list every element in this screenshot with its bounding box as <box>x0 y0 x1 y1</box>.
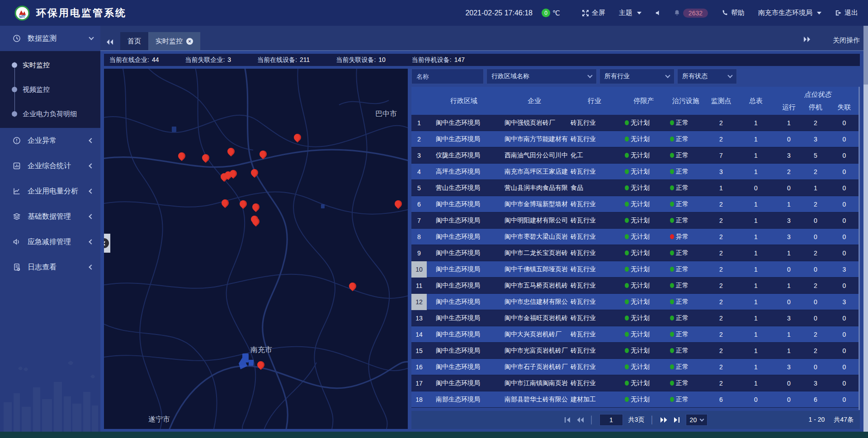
tabs-forward-button[interactable] <box>803 36 811 43</box>
page-number-input[interactable] <box>599 414 623 426</box>
cell-industry: 砖瓦行业 <box>568 233 621 241</box>
sidebar-subitem-label: 实时监控 <box>23 61 50 70</box>
cell-run-count: 1 <box>775 282 803 289</box>
cell-region: 阆中生态环境局 <box>427 298 501 306</box>
cell-stop-count: 2 <box>803 282 828 289</box>
mute-button[interactable] <box>655 9 662 16</box>
page-size-select[interactable]: 20 <box>686 414 708 426</box>
cell-meter-count: 1 <box>737 152 775 159</box>
table-row[interactable]: 1阆中生态环境局阆中强锐页岩砖厂砖瓦行业无计划正常21120 <box>411 115 859 131</box>
logout-button[interactable]: 退出 <box>835 9 858 17</box>
table-row[interactable]: 9阆中生态环境局阆中市二龙长宝页岩砖砖瓦行业无计划正常21120 <box>411 245 859 261</box>
table-row[interactable]: 8阆中生态环境局阆中市枣碧大梁山页岩砖瓦行业无计划异常21300 <box>411 229 859 245</box>
cell-company: 阆中市石子页岩机砖厂 <box>501 363 568 371</box>
cell-company: 西南油气田分公司川中 <box>501 151 568 160</box>
cell-stop-count: 0 <box>803 266 828 273</box>
table-row[interactable]: 16阆中生态环境局阆中市石子页岩机砖厂砖瓦行业无计划正常21300 <box>411 359 859 375</box>
scrollbar-thumb[interactable] <box>863 26 868 85</box>
table-row[interactable]: 15阆中生态环境局阆中市光富页岩机砖厂砖瓦行业无计划正常21120 <box>411 343 859 359</box>
cell-index: 18 <box>411 391 427 408</box>
table-row[interactable]: 14阆中生态环境局阆中大兴页岩机砖厂砖瓦行业无计划正常21120 <box>411 326 859 343</box>
header-cell: 企业 <box>501 87 568 115</box>
table-row[interactable]: 6阆中生态环境局阆中市金博瑞新型墙材砖瓦行业无计划正常21120 <box>411 196 859 212</box>
table-row[interactable]: 18南部生态环境局南部县碧华土砖有限公建材加工无计划正常60060 <box>411 391 859 408</box>
cell-run-count: 3 <box>775 233 803 240</box>
table-row[interactable]: 7阆中生态环境局阆中明阳建材有限公司砖瓦行业无计划正常21300 <box>411 212 859 229</box>
close-operations-button[interactable]: 关闭操作 <box>833 36 860 45</box>
sidebar-item-3[interactable]: 企业用电量分析 <box>0 179 100 204</box>
org-dropdown[interactable]: 南充市生态环境局 <box>758 9 821 17</box>
status-dot-green <box>670 218 674 223</box>
tab-home[interactable]: 首页 <box>120 32 148 50</box>
table-row[interactable]: 5营山生态环境局营山县润丰肉食品有限食品无计划正常10010 <box>411 180 859 196</box>
map-panel[interactable]: 巴中市南充市遂宁市 <box>104 69 408 429</box>
cell-region: 阆中生态环境局 <box>427 135 501 143</box>
bullet-icon <box>12 111 17 117</box>
stat-item: 当前在线设备:211 <box>257 56 310 64</box>
table-row[interactable]: 13阆中生态环境局阆中市金福旺页岩机砖砖瓦行业无计划正常21300 <box>411 310 859 326</box>
cell-monitor-count: 2 <box>705 250 737 257</box>
cell-facility-status: 正常 <box>666 119 705 127</box>
cell-index: 11 <box>411 278 427 294</box>
help-button[interactable]: 帮助 <box>722 9 745 17</box>
sidebar-item-5[interactable]: 应急减排管理 <box>0 229 100 254</box>
sidebar-item-1[interactable]: 企业异常 <box>0 128 100 153</box>
chevron-left-icon <box>89 264 94 269</box>
tab-realtime-monitor[interactable]: 实时监控 × <box>148 32 200 50</box>
status-dot-green <box>670 364 674 369</box>
industry-filter-select[interactable]: 所有行业 <box>599 69 675 84</box>
cell-stop-count: 0 <box>803 298 828 306</box>
first-page-button[interactable] <box>564 417 571 423</box>
sidebar-subitem-0[interactable]: 实时监控 <box>0 53 100 77</box>
table-row[interactable]: 17阆中生态环境局阆中市江南镇阆南页岩砖瓦行业无计划正常21030 <box>411 375 859 391</box>
cell-industry: 砖瓦行业 <box>568 363 621 371</box>
prev-page-button[interactable] <box>576 417 584 423</box>
cell-meter-count: 0 <box>737 184 775 192</box>
cell-region: 阆中生态环境局 <box>427 347 501 355</box>
notification-area[interactable]: 2632 <box>674 9 708 18</box>
sidebar-item-4[interactable]: 基础数据管理 <box>0 204 100 229</box>
tabs: 首页 实时监控 × <box>120 32 200 50</box>
stat-item: 当前在线企业:44 <box>109 56 159 64</box>
tab-close-icon[interactable]: × <box>186 38 193 45</box>
speaker-icon <box>655 9 662 16</box>
cell-run-count: 3 <box>775 217 803 224</box>
cell-stop-count: 2 <box>803 331 828 338</box>
tabs-collapse-button[interactable] <box>106 38 114 46</box>
region-filter-select[interactable]: 行政区域名称 <box>486 69 597 84</box>
table-row[interactable]: 3仪陇生态环境局西南油气田分公司川中化工无计划正常71350 <box>411 147 859 164</box>
map-collapse-button[interactable] <box>104 234 110 253</box>
status-dot-green <box>625 120 629 125</box>
table-row[interactable]: 10阆中生态环境局阆中千佛镇五郎垭页岩砖瓦行业无计划正常21003 <box>411 261 859 278</box>
chevron-left-icon <box>89 214 94 219</box>
sidebar-item-6[interactable]: 日志查看 <box>0 254 100 280</box>
tab-bar: 首页 实时监控 × 关闭操作 <box>100 26 868 51</box>
theme-dropdown[interactable]: 主题 <box>619 9 642 17</box>
cell-index: 16 <box>411 359 427 375</box>
status-filter-select[interactable]: 所有状态 <box>677 69 737 84</box>
total-count-label: 共47条 <box>834 416 854 424</box>
app-title: 环保用电监管系统 <box>36 6 127 20</box>
table-row[interactable]: 11阆中生态环境局阆中市五马桥页岩机砖砖瓦行业无计划正常21120 <box>411 278 859 294</box>
stat-item: 当前失联企业:3 <box>185 56 231 64</box>
sidebar-subitem-2[interactable]: 企业电力负荷明细 <box>0 102 100 126</box>
cell-production-status: 无计划 <box>621 330 666 339</box>
table-row[interactable]: 4高坪生态环境局南充市高坪区王家店建砖瓦行业无计划正常31220 <box>411 164 859 180</box>
right-panel: 行政区域名称 所有行业 所有状态 行政区域企业行业停限产治污设施监测点总表点位状… <box>411 69 860 429</box>
table-row[interactable]: 2阆中生态环境局阆中市南方节能建材有砖瓦行业无计划正常21030 <box>411 131 859 147</box>
name-filter-input[interactable] <box>411 69 484 84</box>
cell-run-count: 3 <box>775 363 803 371</box>
table-body: 1阆中生态环境局阆中强锐页岩砖厂砖瓦行业无计划正常211202阆中生态环境局阆中… <box>411 115 859 410</box>
last-page-button[interactable] <box>673 417 680 423</box>
sidebar-item-2[interactable]: 企业综合统计 <box>0 153 100 179</box>
fullscreen-button[interactable]: 全屏 <box>582 9 605 17</box>
sidebar-submenu: 实时监控视频监控企业电力负荷明细 <box>0 51 100 128</box>
table-row[interactable]: 12阆中生态环境局阆中市忠信建材有限公砖瓦行业无计划正常21003 <box>411 294 859 310</box>
cell-run-count: 3 <box>775 315 803 322</box>
sidebar-item-0[interactable]: 数据监测 <box>0 26 100 51</box>
cell-meter-count: 1 <box>737 136 775 143</box>
sidebar-subitem-1[interactable]: 视频监控 <box>0 77 100 102</box>
next-page-button[interactable] <box>660 417 668 423</box>
page-scrollbar[interactable] <box>863 26 868 432</box>
cell-company: 南部县碧华土砖有限公 <box>501 396 568 404</box>
